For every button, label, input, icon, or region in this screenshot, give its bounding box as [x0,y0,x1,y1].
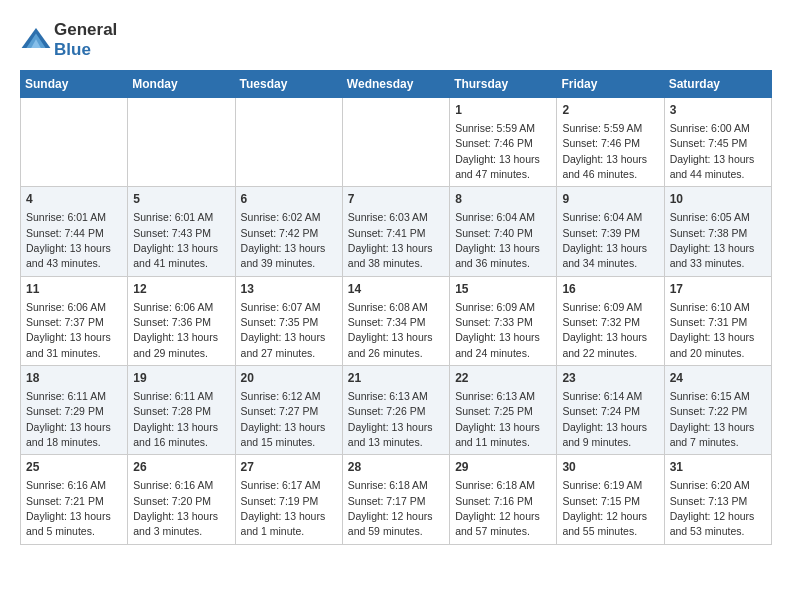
day-number: 12 [133,281,229,298]
logo-icon [20,24,52,56]
calendar-cell: 22Sunrise: 6:13 AM Sunset: 7:25 PM Dayli… [450,366,557,455]
calendar-cell: 11Sunrise: 6:06 AM Sunset: 7:37 PM Dayli… [21,276,128,365]
day-number: 17 [670,281,766,298]
day-number: 19 [133,370,229,387]
day-info: Sunrise: 6:13 AM Sunset: 7:26 PM Dayligh… [348,390,433,448]
calendar-cell: 26Sunrise: 6:16 AM Sunset: 7:20 PM Dayli… [128,455,235,544]
logo-blue: Blue [54,40,91,59]
calendar-cell: 1Sunrise: 5:59 AM Sunset: 7:46 PM Daylig… [450,98,557,187]
day-info: Sunrise: 6:08 AM Sunset: 7:34 PM Dayligh… [348,301,433,359]
day-info: Sunrise: 6:12 AM Sunset: 7:27 PM Dayligh… [241,390,326,448]
day-number: 28 [348,459,444,476]
day-number: 20 [241,370,337,387]
calendar-cell [21,98,128,187]
calendar-cell: 27Sunrise: 6:17 AM Sunset: 7:19 PM Dayli… [235,455,342,544]
day-info: Sunrise: 6:18 AM Sunset: 7:17 PM Dayligh… [348,479,433,537]
calendar-cell: 15Sunrise: 6:09 AM Sunset: 7:33 PM Dayli… [450,276,557,365]
calendar-cell: 3Sunrise: 6:00 AM Sunset: 7:45 PM Daylig… [664,98,771,187]
week-row-2: 4Sunrise: 6:01 AM Sunset: 7:44 PM Daylig… [21,187,772,276]
day-info: Sunrise: 6:16 AM Sunset: 7:20 PM Dayligh… [133,479,218,537]
week-row-5: 25Sunrise: 6:16 AM Sunset: 7:21 PM Dayli… [21,455,772,544]
day-number: 4 [26,191,122,208]
day-info: Sunrise: 6:01 AM Sunset: 7:43 PM Dayligh… [133,211,218,269]
day-info: Sunrise: 6:04 AM Sunset: 7:40 PM Dayligh… [455,211,540,269]
week-row-1: 1Sunrise: 5:59 AM Sunset: 7:46 PM Daylig… [21,98,772,187]
day-number: 13 [241,281,337,298]
calendar-header: SundayMondayTuesdayWednesdayThursdayFrid… [21,71,772,98]
day-info: Sunrise: 6:00 AM Sunset: 7:45 PM Dayligh… [670,122,755,180]
day-number: 16 [562,281,658,298]
week-row-3: 11Sunrise: 6:06 AM Sunset: 7:37 PM Dayli… [21,276,772,365]
day-number: 6 [241,191,337,208]
day-info: Sunrise: 6:17 AM Sunset: 7:19 PM Dayligh… [241,479,326,537]
day-number: 9 [562,191,658,208]
day-number: 29 [455,459,551,476]
logo: General Blue [20,20,117,60]
calendar-body: 1Sunrise: 5:59 AM Sunset: 7:46 PM Daylig… [21,98,772,545]
day-number: 30 [562,459,658,476]
day-info: Sunrise: 6:15 AM Sunset: 7:22 PM Dayligh… [670,390,755,448]
calendar-cell: 13Sunrise: 6:07 AM Sunset: 7:35 PM Dayli… [235,276,342,365]
day-number: 11 [26,281,122,298]
day-number: 8 [455,191,551,208]
calendar-cell: 14Sunrise: 6:08 AM Sunset: 7:34 PM Dayli… [342,276,449,365]
day-info: Sunrise: 6:19 AM Sunset: 7:15 PM Dayligh… [562,479,647,537]
weekday-header-monday: Monday [128,71,235,98]
day-info: Sunrise: 6:06 AM Sunset: 7:36 PM Dayligh… [133,301,218,359]
calendar-table: SundayMondayTuesdayWednesdayThursdayFrid… [20,70,772,545]
calendar-cell: 23Sunrise: 6:14 AM Sunset: 7:24 PM Dayli… [557,366,664,455]
calendar-cell [342,98,449,187]
day-number: 24 [670,370,766,387]
day-number: 15 [455,281,551,298]
day-info: Sunrise: 6:09 AM Sunset: 7:32 PM Dayligh… [562,301,647,359]
calendar-cell: 20Sunrise: 6:12 AM Sunset: 7:27 PM Dayli… [235,366,342,455]
day-number: 10 [670,191,766,208]
day-info: Sunrise: 6:02 AM Sunset: 7:42 PM Dayligh… [241,211,326,269]
calendar-cell: 24Sunrise: 6:15 AM Sunset: 7:22 PM Dayli… [664,366,771,455]
day-info: Sunrise: 6:04 AM Sunset: 7:39 PM Dayligh… [562,211,647,269]
calendar-cell: 25Sunrise: 6:16 AM Sunset: 7:21 PM Dayli… [21,455,128,544]
day-info: Sunrise: 6:09 AM Sunset: 7:33 PM Dayligh… [455,301,540,359]
day-number: 18 [26,370,122,387]
day-number: 3 [670,102,766,119]
weekday-header-friday: Friday [557,71,664,98]
calendar-cell: 18Sunrise: 6:11 AM Sunset: 7:29 PM Dayli… [21,366,128,455]
weekday-header-saturday: Saturday [664,71,771,98]
calendar-cell: 8Sunrise: 6:04 AM Sunset: 7:40 PM Daylig… [450,187,557,276]
calendar-cell: 29Sunrise: 6:18 AM Sunset: 7:16 PM Dayli… [450,455,557,544]
day-info: Sunrise: 5:59 AM Sunset: 7:46 PM Dayligh… [455,122,540,180]
calendar-cell: 17Sunrise: 6:10 AM Sunset: 7:31 PM Dayli… [664,276,771,365]
weekday-header-sunday: Sunday [21,71,128,98]
page-header: General Blue [20,20,772,60]
day-info: Sunrise: 6:07 AM Sunset: 7:35 PM Dayligh… [241,301,326,359]
calendar-cell: 12Sunrise: 6:06 AM Sunset: 7:36 PM Dayli… [128,276,235,365]
calendar-cell: 19Sunrise: 6:11 AM Sunset: 7:28 PM Dayli… [128,366,235,455]
day-number: 31 [670,459,766,476]
calendar-cell [235,98,342,187]
day-number: 22 [455,370,551,387]
calendar-cell: 7Sunrise: 6:03 AM Sunset: 7:41 PM Daylig… [342,187,449,276]
day-number: 14 [348,281,444,298]
day-info: Sunrise: 6:11 AM Sunset: 7:29 PM Dayligh… [26,390,111,448]
calendar-cell: 16Sunrise: 6:09 AM Sunset: 7:32 PM Dayli… [557,276,664,365]
day-info: Sunrise: 6:13 AM Sunset: 7:25 PM Dayligh… [455,390,540,448]
day-info: Sunrise: 6:06 AM Sunset: 7:37 PM Dayligh… [26,301,111,359]
day-number: 2 [562,102,658,119]
logo-general: General [54,20,117,39]
weekday-header-thursday: Thursday [450,71,557,98]
day-number: 7 [348,191,444,208]
week-row-4: 18Sunrise: 6:11 AM Sunset: 7:29 PM Dayli… [21,366,772,455]
day-number: 5 [133,191,229,208]
day-info: Sunrise: 6:05 AM Sunset: 7:38 PM Dayligh… [670,211,755,269]
day-info: Sunrise: 6:01 AM Sunset: 7:44 PM Dayligh… [26,211,111,269]
calendar-cell: 5Sunrise: 6:01 AM Sunset: 7:43 PM Daylig… [128,187,235,276]
day-info: Sunrise: 6:11 AM Sunset: 7:28 PM Dayligh… [133,390,218,448]
day-number: 26 [133,459,229,476]
weekday-row: SundayMondayTuesdayWednesdayThursdayFrid… [21,71,772,98]
day-info: Sunrise: 5:59 AM Sunset: 7:46 PM Dayligh… [562,122,647,180]
day-number: 1 [455,102,551,119]
day-info: Sunrise: 6:18 AM Sunset: 7:16 PM Dayligh… [455,479,540,537]
day-number: 27 [241,459,337,476]
weekday-header-tuesday: Tuesday [235,71,342,98]
day-info: Sunrise: 6:16 AM Sunset: 7:21 PM Dayligh… [26,479,111,537]
